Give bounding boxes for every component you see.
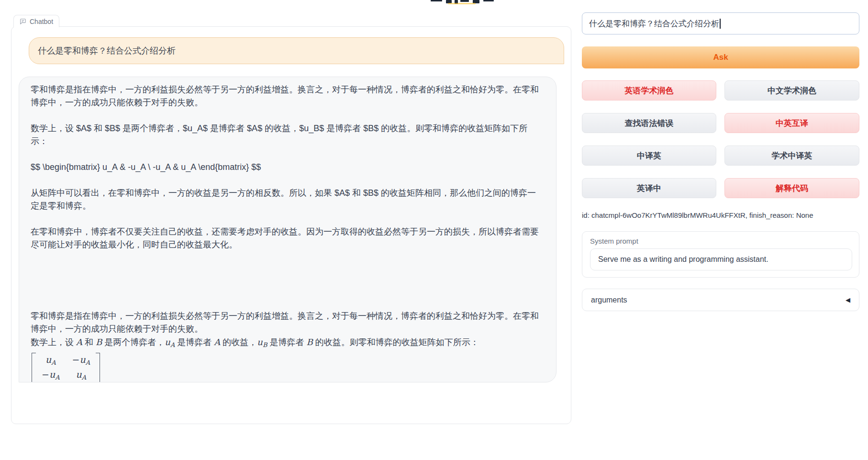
rendered-intro: 零和博弈是指在博弈中，一方的利益损失必然等于另一方的利益增益。换言之，对于每一种… <box>31 310 545 336</box>
raw-latex-line: $$ \begin{bmatrix} u_A & -u_A \ -u_A & u… <box>31 162 261 172</box>
button-explain-code[interactable]: 解释代码 <box>724 178 859 198</box>
bot-raw-answer: 零和博弈是指在博弈中，一方的利益损失必然等于另一方的利益增益。换言之，对于每一种… <box>31 83 545 251</box>
chatbot-panel[interactable]: 什么是零和博弈？结合公式介绍分析 零和博弈是指在博弈中，一方的利益损失必然等于另… <box>11 26 571 424</box>
button-zh-to-en[interactable]: 中译英 <box>582 146 716 166</box>
arguments-accordion-label: arguments <box>591 296 627 304</box>
action-button-grid: 英语学术润色 中文学术润色 查找语法错误 中英互译 中译英 学术中译英 英译中 … <box>582 80 859 198</box>
question-input-value: 什么是零和博弈？结合公式介绍分析 <box>589 18 719 29</box>
rendered-math-sentence: 数学上，设 A 和 B 是两个博弈者，uA 是博弈者 A 的收益，uB 是博弈者… <box>31 336 545 351</box>
button-english-academic-polish[interactable]: 英语学术润色 <box>582 80 716 101</box>
user-message-text: 什么是零和博弈？结合公式介绍分析 <box>38 45 176 56</box>
question-input[interactable]: 什么是零和博弈？结合公式介绍分析 <box>582 12 859 34</box>
ask-button[interactable]: Ask <box>582 46 859 68</box>
bot-message-bubble: 零和博弈是指在博弈中，一方的利益损失必然等于另一方的利益增益。换言之，对于每一种… <box>19 77 556 382</box>
arguments-accordion[interactable]: arguments ◀ <box>582 289 859 311</box>
text-cursor <box>720 19 721 29</box>
system-prompt-input[interactable]: Serve me as a writing and programming as… <box>590 248 852 270</box>
user-message-bubble: 什么是零和博弈？结合公式介绍分析 <box>29 37 564 64</box>
chatbot-label-tab: Chatbot <box>13 15 59 27</box>
accordion-collapse-icon: ◀ <box>846 296 850 303</box>
matrix-right-bracket <box>96 353 100 382</box>
system-prompt-panel: System prompt Serve me as a writing and … <box>582 231 859 278</box>
button-en-to-zh[interactable]: 英译中 <box>582 178 716 198</box>
payoff-matrix: uA −uA −uA uA <box>32 353 100 382</box>
system-prompt-label: System prompt <box>590 237 851 245</box>
button-academic-zh-to-en[interactable]: 学术中译英 <box>724 146 859 166</box>
bot-rendered-answer: 零和博弈是指在博弈中，一方的利益损失必然等于另一方的利益增益。换言之，对于每一种… <box>31 310 545 382</box>
matrix-left-bracket <box>32 353 36 382</box>
button-find-grammar-errors[interactable]: 查找语法错误 <box>582 113 716 133</box>
chat-bubble-icon <box>20 18 26 25</box>
chatbot-label: Chatbot <box>30 18 53 25</box>
clipped-page-title <box>430 0 501 5</box>
button-zh-en-mutual-translate[interactable]: 中英互译 <box>724 113 859 133</box>
button-chinese-academic-polish[interactable]: 中文学术润色 <box>724 80 859 101</box>
completion-status-line: id: chatcmpl-6wOo7KrYTwMl89lbrMWRu4UkFFX… <box>582 211 859 219</box>
system-prompt-value: Serve me as a writing and programming as… <box>598 255 768 264</box>
